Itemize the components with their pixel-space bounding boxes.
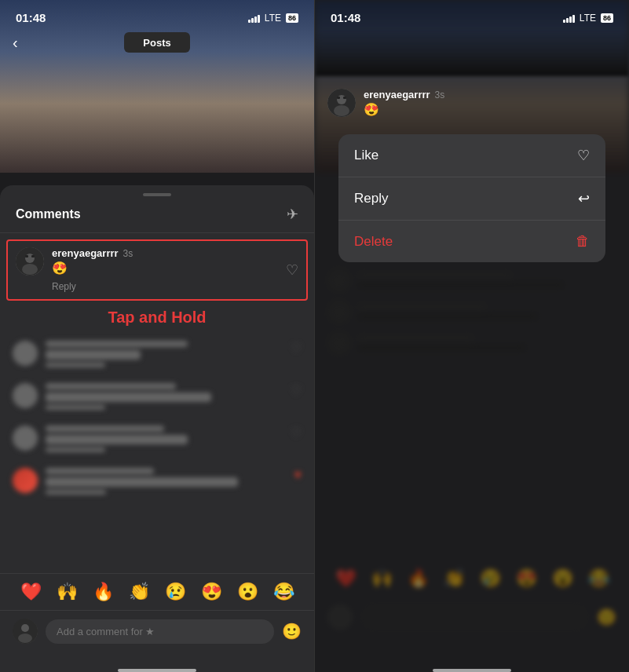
blurred-line (46, 341, 188, 347)
blurred-text-3 (46, 425, 283, 455)
blurred-avatar-1 (13, 341, 38, 366)
back-button[interactable]: ‹ (13, 34, 18, 52)
emoji-hands[interactable]: 🙌 (57, 582, 78, 602)
context-menu-delete[interactable]: Delete 🗑 (338, 221, 605, 262)
blurred-text-2 (46, 383, 283, 413)
blurred-line (46, 350, 141, 360)
username-right: erenyaegarrrr (364, 89, 430, 100)
reply-icon: ↩ (578, 190, 590, 207)
time-left: 01:48 (16, 11, 46, 24)
svg-point-10 (334, 105, 349, 116)
signal-bar-r3 (569, 16, 572, 23)
sheet-handle (143, 193, 171, 196)
comments-header: Comments ✈ (0, 203, 314, 233)
blurred-line (46, 383, 176, 389)
signal-bar-3 (254, 16, 257, 23)
blurred-line (46, 425, 164, 432)
right-panel: 01:48 LTE 86 (315, 0, 629, 672)
reply-button-highlighted[interactable]: Reply (52, 281, 76, 292)
emoji-bar: ❤️ 🙌 🔥 👏 😢 😍 😮 😂 (0, 573, 314, 610)
blurred-avatar-2 (13, 383, 38, 408)
comment-content-highlighted: erenyaegarrrr 3s 😍 Reply (52, 247, 278, 293)
blurred-like-4: ♥ (294, 468, 302, 482)
reply-label: Reply (354, 191, 388, 206)
home-indicator-left (118, 669, 196, 672)
nav-title-container: Posts (124, 32, 189, 53)
battery-right: 86 (601, 13, 613, 23)
blurred-top-right (315, 29, 629, 76)
blurred-line (46, 490, 106, 495)
comment-input[interactable] (46, 619, 274, 644)
time-comment-right: 3s (435, 89, 445, 100)
blurred-line (46, 435, 188, 444)
signal-bar-1 (248, 20, 251, 23)
svg-point-2 (22, 264, 38, 275)
signal-bar-r1 (563, 20, 565, 23)
blurred-comment-4: ♥ (0, 462, 314, 504)
battery-left: 86 (286, 13, 298, 23)
signal-bars-left (248, 13, 260, 23)
highlighted-comment[interactable]: erenyaegarrrr 3s 😍 Reply ♡ (6, 239, 308, 301)
send-icon[interactable]: ✈ (287, 206, 298, 223)
blurred-like-3: ♡ (291, 425, 302, 440)
comment-username: erenyaegarrrr (52, 247, 119, 259)
svg-rect-3 (25, 255, 28, 257)
blurred-comment-1: ♡ (0, 334, 314, 377)
avatar-highlighted (16, 247, 44, 276)
lte-label-left: LTE (265, 13, 281, 24)
like-icon: ♡ (577, 147, 590, 164)
emoji-wow[interactable]: 😮 (237, 582, 258, 602)
emoji-heart-eyes[interactable]: 😍 (201, 582, 222, 602)
blurred-line (46, 477, 238, 487)
like-icon-highlighted[interactable]: ♡ (286, 261, 298, 279)
context-menu-like[interactable]: Like ♡ (338, 134, 605, 177)
comment-header-row: erenyaegarrrr 3s (52, 247, 278, 259)
context-menu: Like ♡ Reply ↩ Delete 🗑 (338, 134, 605, 262)
blurred-like-1: ♡ (291, 341, 302, 356)
blurred-line (46, 393, 211, 402)
emoji-cry[interactable]: 😢 (165, 582, 186, 602)
svg-rect-12 (343, 97, 346, 99)
blurred-line (46, 468, 154, 474)
like-label: Like (354, 148, 378, 163)
comment-content-right: erenyaegarrrr 3s 😍 (364, 89, 616, 120)
sticker-icon[interactable]: 🙂 (282, 622, 302, 641)
blurred-line (46, 363, 105, 367)
svg-rect-11 (337, 97, 340, 99)
avatar-img (16, 247, 44, 276)
blurred-avatar-3 (13, 425, 38, 451)
nav-bar-left: ‹ Posts (0, 29, 314, 59)
emoji-clap[interactable]: 👏 (129, 582, 150, 602)
blurred-text-4 (46, 468, 287, 498)
comment-time: 3s (123, 248, 133, 259)
input-avatar (13, 619, 38, 644)
svg-point-7 (18, 634, 32, 643)
comments-title: Comments (16, 207, 81, 221)
emoji-bar-right: ❤️ 🙌 🔥 👏 😢 😍 😮 😂 (315, 562, 629, 595)
signal-bar-4 (258, 15, 260, 23)
blurred-comment-3: ♡ (0, 419, 314, 462)
signal-bar-2 (251, 18, 254, 23)
status-bar-right: 01:48 LTE 86 (315, 0, 629, 29)
status-bar-left: 01:48 LTE 86 (0, 0, 314, 29)
emoji-laugh[interactable]: 😂 (273, 582, 294, 602)
tap-hold-label: Tap and Hold (0, 304, 314, 334)
blurred-comment-2: ♡ (0, 377, 314, 419)
signal-bar-r4 (572, 15, 575, 23)
emoji-right: 😍 (364, 102, 616, 117)
blurred-avatar-4 (13, 468, 38, 493)
right-content: 01:48 LTE 86 (315, 0, 629, 672)
emoji-fire[interactable]: 🔥 (93, 582, 114, 602)
context-menu-reply[interactable]: Reply ↩ (338, 177, 605, 221)
emoji-heart[interactable]: ❤️ (20, 582, 42, 602)
comment-item-highlighted: erenyaegarrrr 3s 😍 Reply ♡ (16, 247, 298, 293)
nav-title: Posts (143, 37, 170, 49)
status-icons-left: LTE 86 (248, 13, 298, 24)
status-icons-right: LTE 86 (563, 13, 613, 24)
comment-input-bar: 🙂 (0, 610, 314, 663)
avatar-right (327, 89, 356, 117)
signal-bar-r2 (566, 18, 569, 23)
comment-emoji: 😍 (52, 261, 278, 276)
delete-label: Delete (354, 234, 393, 250)
svg-point-6 (21, 624, 29, 632)
